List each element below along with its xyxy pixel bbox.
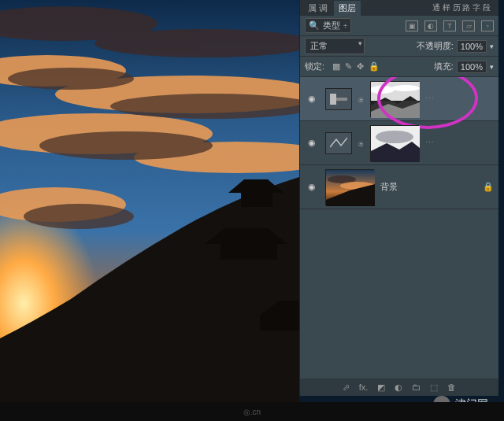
mask-thumb[interactable] — [370, 125, 419, 161]
mask-thumb[interactable] — [370, 81, 419, 117]
tab-properties[interactable]: 属 调 — [303, 1, 332, 16]
lock-position-icon[interactable]: ✥ — [357, 61, 364, 72]
filter-adjust-icon[interactable]: ◐ — [424, 20, 437, 31]
lock-row: 锁定: ▩ ✎ ✥ 🔒 填充: 100% ▾ — [300, 57, 498, 77]
chevron-down-icon[interactable]: ▾ — [490, 63, 494, 71]
svg-point-22 — [376, 131, 413, 143]
adjustment-thumb[interactable] — [325, 88, 352, 110]
chevron-down-icon[interactable]: ▾ — [490, 42, 494, 50]
filter-icons: ▣ ◐ T ▱ ▫ — [406, 20, 494, 31]
adjustment-thumb[interactable] — [325, 132, 352, 154]
layer-options-icon[interactable]: ⋯ — [425, 138, 434, 148]
filter-row: 🔍 类型 ÷ ▣ ◐ T ▱ ▫ — [300, 16, 498, 36]
filter-shape-icon[interactable]: ▱ — [462, 20, 475, 31]
fx-icon[interactable]: fx. — [359, 382, 369, 392]
footer-logo: ◎.cn — [243, 408, 261, 416]
mask-icon[interactable]: ◩ — [377, 382, 385, 393]
lock-label: 锁定: — [305, 61, 324, 72]
link-icon[interactable]: ⍟ — [358, 94, 364, 104]
panel-tabs: 属 调 图层 通 样 历 路 字 段 — [300, 0, 498, 16]
opacity-value[interactable]: 100% — [457, 40, 487, 53]
tab-layers[interactable]: 图层 — [334, 1, 361, 16]
link-layers-icon[interactable]: ⬀ — [343, 382, 350, 393]
fill-label: 填充: — [434, 61, 454, 72]
fill-value[interactable]: 100% — [457, 61, 487, 73]
link-icon[interactable]: ⍟ — [358, 138, 364, 148]
visibility-toggle[interactable]: ◉ — [305, 180, 319, 194]
visibility-toggle[interactable]: ◉ — [305, 136, 319, 150]
svg-rect-13 — [241, 193, 272, 207]
layer-thumb[interactable] — [325, 169, 374, 205]
adjustment-icon[interactable]: ◐ — [395, 382, 402, 393]
layer-filter-type[interactable]: 🔍 类型 ÷ — [305, 18, 351, 33]
group-icon[interactable]: 🗀 — [412, 382, 421, 392]
layers-list: ◉ ⍟ ⋯ ◉ ⍟ — [300, 77, 498, 379]
lock-icon[interactable]: 🔒 — [483, 182, 494, 192]
svg-point-12 — [24, 204, 134, 229]
tab-others[interactable]: 通 样 历 路 字 段 — [428, 1, 495, 15]
layer-row[interactable]: ◉ 背景 🔒 — [300, 165, 498, 209]
panel-footer: ⬀ fx. ◩ ◐ 🗀 ⬚ 🗑 — [300, 379, 498, 396]
blend-mode-select[interactable]: 正常 — [305, 38, 365, 54]
opacity-label: 不透明度: — [417, 40, 454, 52]
lock-paint-icon[interactable]: ✎ — [345, 61, 352, 72]
canvas-viewport[interactable] — [0, 0, 299, 421]
layer-row[interactable]: ◉ ⍟ ⋯ — [300, 77, 498, 121]
svg-point-9 — [8, 68, 134, 90]
search-icon: 🔍 — [309, 20, 320, 31]
lock-all-icon[interactable]: 🔒 — [369, 61, 380, 72]
filter-smart-icon[interactable]: ▫ — [481, 20, 494, 31]
svg-rect-16 — [330, 94, 336, 105]
visibility-toggle[interactable]: ◉ — [305, 92, 319, 106]
svg-point-20 — [391, 85, 420, 91]
new-layer-icon[interactable]: ⬚ — [430, 382, 438, 393]
filter-pixel-icon[interactable]: ▣ — [406, 20, 418, 31]
svg-point-11 — [39, 131, 213, 160]
svg-rect-14 — [220, 244, 277, 260]
layers-panel: 属 调 图层 通 样 历 路 字 段 🔍 类型 ÷ ▣ ◐ T ▱ ▫ 正常 不… — [299, 0, 498, 396]
blend-row: 正常 不透明度: 100% ▾ — [300, 36, 498, 57]
layer-row[interactable]: ◉ ⍟ ⋯ — [300, 121, 498, 165]
footer-bar: ◎.cn — [0, 402, 504, 421]
trash-icon[interactable]: 🗑 — [447, 382, 456, 392]
layer-name[interactable]: 背景 — [380, 181, 476, 193]
lock-transparent-icon[interactable]: ▩ — [332, 61, 340, 72]
layer-options-icon[interactable]: ⋯ — [425, 94, 434, 104]
filter-type-icon[interactable]: T — [443, 20, 456, 31]
